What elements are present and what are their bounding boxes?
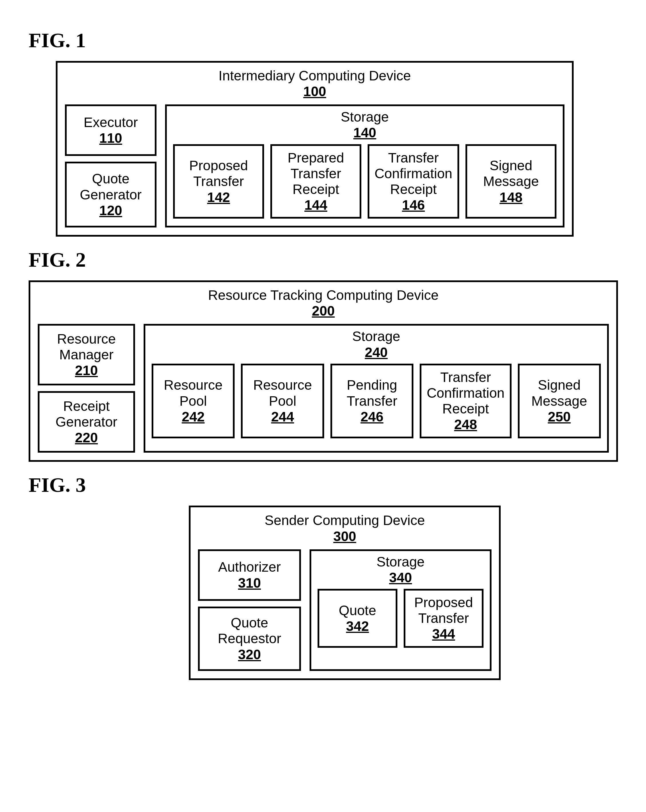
box-ref: 148 [499,189,522,205]
box-ref: 342 [346,618,369,634]
fig2-storage: Storage 240 Resource Pool 242 Resource P… [144,324,609,453]
fig2-resource-tracking-device: Resource Tracking Computing Device 200 R… [29,280,618,462]
box-ref: 244 [271,409,294,424]
figure-1-label: FIG. 1 [29,29,617,52]
box-title: Authorizer [218,559,281,575]
box-title: Quote Requestor [205,615,294,646]
resource-pool-244-box: Resource Pool 244 [241,364,324,438]
box-title: Quote [339,603,376,618]
box-ref: 310 [238,575,261,591]
transfer-confirmation-receipt-box: Transfer Confirmation Receipt 146 [368,144,459,219]
quote-box: Quote 342 [318,589,397,648]
fig3-outer-ref: 300 [198,528,492,544]
box-ref: 142 [207,189,230,205]
box-ref: 242 [182,409,205,424]
storage-ref: 240 [152,345,601,360]
resource-pool-242-box: Resource Pool 242 [152,364,235,438]
authorizer-box: Authorizer 310 [198,549,301,601]
box-title: Resource Manager [44,331,128,363]
fig1-outer-title: Intermediary Computing Device [65,68,565,84]
signed-message-box: Signed Message 250 [518,364,601,438]
transfer-confirmation-receipt-box: Transfer Confirmation Receipt 248 [420,364,511,438]
fig1-intermediary-device: Intermediary Computing Device 100 Execut… [56,61,574,237]
fig2-left-column: Resource Manager 210 Receipt Generator 2… [38,324,135,453]
fig1-left-column: Executor 110 Quote Generator 120 [65,104,156,227]
box-title: Resource Pool [159,377,228,409]
fig2-outer-title: Resource Tracking Computing Device [38,287,609,303]
box-ref: 250 [548,409,571,424]
prepared-transfer-receipt-box: Prepared Transfer Receipt 144 [270,144,361,219]
executor-box: Executor 110 [65,104,156,156]
fig3-sender-device: Sender Computing Device 300 Authorizer 3… [189,505,501,680]
signed-message-box: Signed Message 148 [466,144,556,219]
figure-3-label: FIG. 3 [29,473,617,497]
box-title: Signed Message [525,377,594,409]
box-ref: 344 [432,626,455,642]
box-ref: 248 [454,417,477,432]
box-ref: 120 [99,203,122,218]
quote-generator-box: Quote Generator 120 [65,162,156,227]
storage-ref: 340 [318,570,484,585]
resource-manager-box: Resource Manager 210 [38,324,135,385]
proposed-transfer-box: Proposed Transfer 142 [173,144,264,219]
quote-requestor-box: Quote Requestor 320 [198,607,301,671]
receipt-generator-box: Receipt Generator 220 [38,391,135,453]
box-ref: 144 [304,197,327,213]
box-ref: 320 [238,647,261,662]
box-ref: 220 [75,430,98,446]
fig3-left-column: Authorizer 310 Quote Requestor 320 [198,549,301,671]
storage-title: Storage [152,328,601,344]
box-ref: 146 [402,197,425,213]
box-ref: 110 [99,130,122,146]
figure-2-label: FIG. 2 [29,248,617,272]
box-title: Signed Message [472,158,550,189]
box-title: Transfer Confirmation Receipt [426,369,504,417]
box-title: Resource Pool [248,377,317,409]
box-title: Proposed Transfer [180,158,257,189]
fig3-storage: Storage 340 Quote 342 Proposed Transfer … [310,549,492,671]
box-title: Transfer Confirmation Receipt [374,150,452,197]
box-title: Pending Transfer [337,377,406,409]
storage-ref: 140 [173,125,556,140]
box-ref: 210 [75,363,98,378]
box-ref: 246 [360,409,383,424]
fig3-outer-title: Sender Computing Device [198,513,492,528]
box-title: Quote Generator [72,171,150,202]
fig1-storage: Storage 140 Proposed Transfer 142 Prepar… [165,104,565,227]
box-title: Receipt Generator [44,398,128,430]
pending-transfer-box: Pending Transfer 246 [330,364,414,438]
storage-title: Storage [318,554,484,570]
fig1-outer-ref: 100 [65,84,565,99]
fig2-outer-ref: 200 [38,303,609,319]
proposed-transfer-box: Proposed Transfer 344 [404,589,484,648]
box-title: Executor [84,114,137,130]
storage-title: Storage [173,109,556,125]
box-title: Proposed Transfer [411,595,476,626]
box-title: Prepared Transfer Receipt [277,150,354,197]
